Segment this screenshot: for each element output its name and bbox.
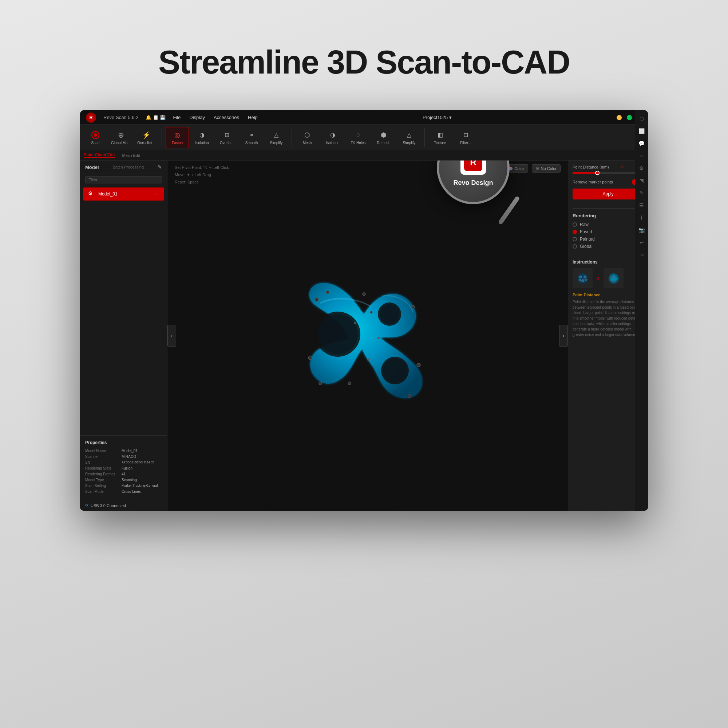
nav-arrow-left[interactable]: ‹ bbox=[167, 325, 176, 347]
svg-point-30 bbox=[615, 276, 616, 278]
menu-bar: File Display Accessories Help bbox=[173, 115, 257, 120]
layers-icon[interactable]: ☰ bbox=[637, 200, 647, 210]
radio-fused-label: Fused bbox=[580, 229, 592, 234]
svg-point-20 bbox=[367, 359, 369, 361]
apply-button[interactable]: Apply bbox=[573, 188, 644, 199]
toolbar-scan[interactable]: Scan bbox=[84, 127, 107, 148]
color-button-label: Color bbox=[514, 166, 524, 171]
svg-point-10 bbox=[362, 293, 366, 295]
instr-icon-before bbox=[573, 268, 593, 288]
nav-arrow-right[interactable]: › bbox=[559, 325, 568, 347]
toolbar-mesh[interactable]: ⬡ Mesh bbox=[295, 127, 319, 148]
svg-point-17 bbox=[370, 311, 372, 314]
toolbar-sep-1 bbox=[162, 128, 162, 147]
photo-icon[interactable]: 📷 bbox=[637, 225, 647, 235]
radio-global-label: Global bbox=[580, 244, 593, 249]
toolbar-oneclick-label: One-click... bbox=[137, 141, 155, 145]
viewport-controls-top: Color ⊘ No Color bbox=[505, 164, 561, 173]
toolbar-overlay[interactable]: ⊞ Overla... bbox=[215, 127, 239, 148]
menu-accessories[interactable]: Accessories bbox=[214, 115, 239, 120]
toolbar-texture[interactable]: ◧ Texture bbox=[428, 127, 452, 148]
sidebar-edit-icon[interactable]: ✎ bbox=[158, 164, 162, 170]
toolbar-simplify2[interactable]: △ Simplify bbox=[398, 127, 421, 148]
toolbar-filter[interactable]: ⊡ Filter... bbox=[454, 127, 477, 148]
usb-status: ⟳ USB 3.0 Connected bbox=[80, 500, 167, 511]
title-bar-left: R Revo Scan 5.6.2 🔔 📋 💾 File Display Acc… bbox=[86, 112, 258, 123]
page-headline: Streamline 3D Scan-to-CAD bbox=[158, 44, 570, 81]
toolbar-scan-label: Scan bbox=[91, 141, 100, 145]
main-toolbar: Scan ⊕ Global Ma... ⚡ One-click... ◎ Fus… bbox=[80, 125, 648, 150]
app-window: R Revo Scan 5.6.2 🔔 📋 💾 File Display Acc… bbox=[80, 110, 648, 511]
point-distance-section: Point Distance (mm) ↺ 0.32 bbox=[573, 165, 644, 174]
instructions-section: Instructions » bbox=[573, 260, 644, 337]
isolation2-icon: ◑ bbox=[327, 130, 338, 140]
toolbar-remesh[interactable]: ⬢ Remesh bbox=[372, 127, 395, 148]
set-pivot-info: Set Pivot Point: ⌥ + Left Click bbox=[175, 164, 229, 171]
edit-icon[interactable]: ✎ bbox=[637, 188, 647, 198]
svg-point-14 bbox=[319, 382, 322, 385]
no-color-button[interactable]: ⊘ No Color bbox=[532, 164, 561, 173]
scan-icon bbox=[90, 130, 101, 140]
slider-fill bbox=[573, 172, 597, 174]
model-filter-input[interactable] bbox=[85, 176, 162, 184]
svg-point-3 bbox=[318, 314, 358, 354]
subtoolbar-mesh-edit[interactable]: Mesh Edit bbox=[122, 153, 140, 158]
model-item[interactable]: ⚙ Model_01 ··· bbox=[83, 187, 164, 200]
property-model-name: Model Name Model_01 bbox=[85, 449, 162, 453]
one-click-icon: ⚡ bbox=[141, 130, 151, 140]
minimize-button[interactable] bbox=[616, 115, 622, 120]
usb-status-text: USB 3.0 Connected bbox=[91, 503, 126, 508]
radio-raw bbox=[573, 222, 577, 227]
menu-file[interactable]: File bbox=[173, 115, 180, 120]
svg-point-13 bbox=[408, 395, 411, 398]
property-frames: Rendering Frames 41 bbox=[85, 472, 162, 476]
diagonal-icon[interactable]: ◥ bbox=[637, 176, 647, 185]
filter-icon: ⊡ bbox=[460, 130, 471, 140]
toolbar-fusion-label: Fusion bbox=[172, 141, 183, 145]
menu-help[interactable]: Help bbox=[248, 115, 258, 120]
menu-display[interactable]: Display bbox=[189, 115, 205, 120]
settings-icon[interactable]: ⚙ bbox=[637, 164, 647, 173]
rendering-global[interactable]: Global bbox=[573, 244, 644, 249]
instructions-title: Instructions bbox=[573, 260, 644, 265]
model-panel-title: Model bbox=[85, 165, 99, 170]
svg-point-15 bbox=[308, 356, 312, 359]
toolbar-smooth[interactable]: ≈ Smooth bbox=[240, 127, 263, 148]
arrow-down-icon[interactable]: ↪ bbox=[637, 250, 647, 260]
svg-point-11 bbox=[412, 305, 414, 308]
prop-val-model-name: Model_01 bbox=[122, 449, 138, 453]
info-icon[interactable]: ℹ bbox=[637, 213, 647, 222]
toolbar-fusion[interactable]: ◎ Fusion bbox=[166, 127, 189, 148]
svg-point-31 bbox=[613, 280, 615, 282]
smooth-icon: ≈ bbox=[246, 130, 257, 140]
global-markers-icon: ⊕ bbox=[116, 130, 126, 140]
rendering-fused[interactable]: Fused bbox=[573, 229, 644, 234]
reset-icon[interactable]: ↺ bbox=[621, 165, 624, 170]
rendering-raw[interactable]: Raw bbox=[573, 222, 644, 227]
toolbar-one-click[interactable]: ⚡ One-click... bbox=[135, 127, 158, 148]
toolbar-remesh-label: Remesh bbox=[377, 141, 390, 145]
rendering-painted[interactable]: Painted bbox=[573, 237, 644, 242]
subtoolbar-point-cloud[interactable]: Point Cloud Edit bbox=[84, 153, 115, 158]
toolbar-isolation2[interactable]: ◑ Isolation bbox=[321, 127, 344, 148]
toolbar-simplify2-label: Simplify bbox=[402, 141, 415, 145]
remove-marker-toggle-row: Remove marker points bbox=[573, 179, 644, 185]
prop-val-scan-mode: Cross Lines bbox=[122, 489, 141, 494]
maximize-button[interactable] bbox=[627, 115, 632, 120]
toolbar-isolation[interactable]: ◑ Isolation bbox=[190, 127, 214, 148]
slider-thumb bbox=[595, 171, 600, 175]
viewport-info: Set Pivot Point: ⌥ + Left Click Move: ✦ … bbox=[175, 164, 229, 186]
toolbar-simplify[interactable]: △ Simplify bbox=[265, 127, 288, 148]
point-distance-slider[interactable] bbox=[573, 172, 644, 174]
arrow-back-icon[interactable]: ↩ bbox=[637, 238, 647, 247]
magnifier-handle bbox=[498, 196, 520, 225]
batch-processing[interactable]: Batch Processing bbox=[112, 165, 144, 169]
model-options-icon[interactable]: ··· bbox=[153, 191, 159, 197]
toolbar-filter-label: Filter... bbox=[460, 141, 471, 145]
toolbar-global-markers[interactable]: ⊕ Global Ma... bbox=[109, 127, 133, 148]
viewport[interactable]: Set Pivot Point: ⌥ + Left Click Move: ✦ … bbox=[167, 161, 568, 511]
isolation-icon: ◑ bbox=[197, 130, 207, 140]
property-rendering-state: Rendering State Fusion bbox=[85, 466, 162, 470]
project-title: Project1025 ▾ bbox=[423, 115, 452, 120]
toolbar-fill-holes[interactable]: ○ Fill Holes bbox=[347, 127, 370, 148]
